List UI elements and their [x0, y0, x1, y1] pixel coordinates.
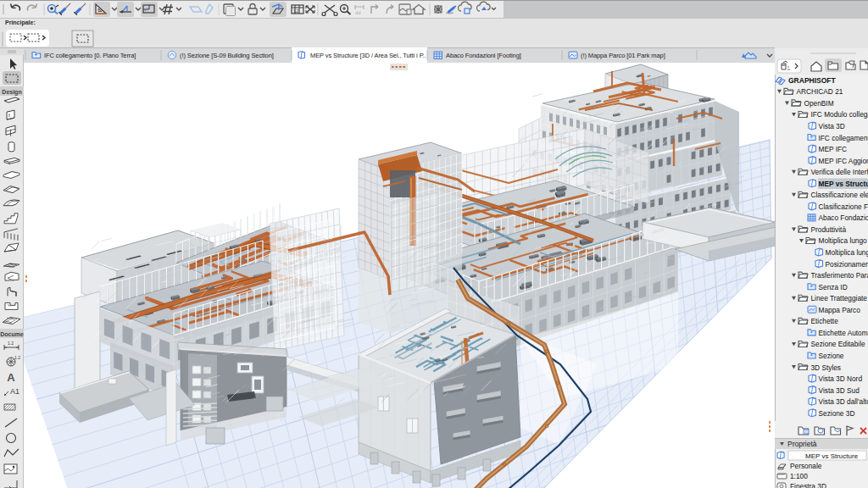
- svg-text:Moltiplica lungo il p: Moltiplica lungo il p: [826, 248, 868, 257]
- svg-text:OpenBIM: OpenBIM: [804, 99, 834, 108]
- svg-text:Abaco Fondazioni [Footing]: Abaco Fondazioni [Footing]: [446, 52, 521, 59]
- svg-text:Verifica delle Interfere: Verifica delle Interfere: [811, 168, 868, 176]
- svg-text:Sezione 3D: Sezione 3D: [819, 409, 855, 418]
- svg-text:Senza ID: Senza ID: [819, 283, 848, 291]
- svg-text:Vista 3D Nord: Vista 3D Nord: [819, 374, 863, 383]
- svg-text:1.2: 1.2: [14, 355, 20, 360]
- svg-text:Principale:: Principale:: [5, 19, 36, 26]
- svg-text:Mappa Parco: Mappa Parco: [819, 306, 861, 314]
- svg-text:IFC collegamento: IFC collegamento: [819, 134, 868, 142]
- svg-text:Clasificazione Fonda: Clasificazione Fonda: [819, 202, 868, 211]
- svg-text:MEP vs Structure: MEP vs Structure: [805, 452, 859, 460]
- svg-text:MEP vs Structure: MEP vs Structure: [819, 180, 868, 188]
- svg-text:Vista 3D dall'alto: Vista 3D dall'alto: [819, 397, 868, 406]
- svg-text:Design: Design: [2, 89, 21, 96]
- svg-text:Abaco Fondazioni: Abaco Fondazioni: [819, 214, 868, 222]
- svg-text:1:100: 1:100: [790, 472, 808, 480]
- svg-text:Moltiplica lungo il perc: Moltiplica lungo il perc: [819, 236, 868, 245]
- svg-text:Classificazione elemen: Classificazione elemen: [811, 191, 868, 199]
- svg-text:Posizionamento Cas: Posizionamento Cas: [826, 260, 868, 269]
- svg-text:GRAPHISOFT: GRAPHISOFT: [788, 76, 837, 85]
- svg-text:Etichette: Etichette: [811, 317, 839, 325]
- svg-text:Trasferimento Paramet: Trasferimento Paramet: [811, 271, 868, 280]
- svg-text:Docume: Docume: [0, 331, 24, 337]
- svg-text:3D Styles: 3D Styles: [811, 363, 842, 372]
- svg-text:IFC collegamento [0. Piano Ter: IFC collegamento [0. Piano Terra]: [44, 52, 136, 59]
- svg-text:Sezione Editabile: Sezione Editabile: [811, 340, 866, 348]
- svg-text:MEP IFC Aggiornato: MEP IFC Aggiornato: [819, 157, 868, 165]
- svg-text:Etichette Automatiche: Etichette Automatiche: [819, 329, 868, 337]
- svg-text:ARCHICAD 21: ARCHICAD 21: [797, 87, 843, 96]
- svg-text:(!) Sezione [S-09 Building Sec: (!) Sezione [S-09 Building Section]: [180, 52, 274, 59]
- svg-text:Personale: Personale: [790, 462, 822, 470]
- svg-text:MEP IFC: MEP IFC: [819, 145, 848, 153]
- svg-text:1.2: 1.2: [8, 341, 14, 346]
- svg-text:A: A: [7, 371, 15, 384]
- svg-text:Vista 3D Sud: Vista 3D Sud: [819, 386, 860, 395]
- svg-text:Produttività: Produttività: [811, 225, 847, 234]
- svg-text:A1: A1: [10, 387, 19, 396]
- svg-text:Linee Tratteggiate: Linee Tratteggiate: [811, 294, 868, 302]
- svg-text:MEP vs Structure [3D / Area Se: MEP vs Structure [3D / Area Sel., Tutti …: [310, 52, 428, 59]
- svg-text:Vista 3D: Vista 3D: [819, 122, 845, 130]
- svg-text:Finestra 3D: Finestra 3D: [790, 482, 826, 488]
- svg-text:Sezione: Sezione: [819, 352, 844, 360]
- svg-text:Proprietà: Proprietà: [787, 440, 817, 448]
- svg-text:(!) Mappa Parco [01 Park map]: (!) Mappa Parco [01 Park map]: [581, 52, 665, 59]
- svg-text:IFC Modulo collegato: IFC Modulo collegato: [811, 110, 868, 119]
